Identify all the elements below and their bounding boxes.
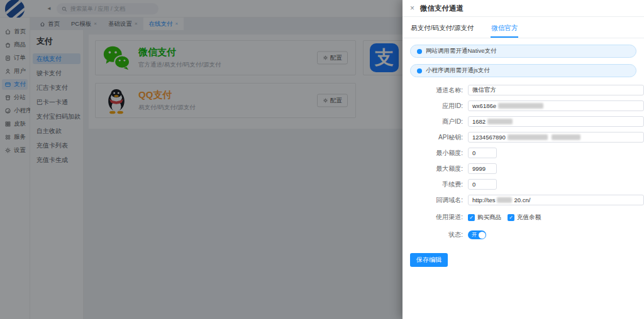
- alert-text: 小程序调用需开通js支付: [426, 67, 490, 75]
- app-id-input[interactable]: wx6186e: [468, 100, 644, 111]
- min-amount-input[interactable]: 0: [468, 148, 497, 158]
- field-label: 状态:: [402, 230, 468, 239]
- form-row: 回调域名: http://tes 20.cn/: [402, 195, 644, 205]
- channel-form: 通道名称: 微信官方 应用ID: wx6186e 商户ID: 1682: [402, 85, 644, 267]
- drawer-header: × 微信支付通道: [402, 0, 644, 17]
- field-label: 手续费:: [402, 180, 468, 189]
- field-value: 9999: [472, 165, 486, 172]
- form-row: 状态: 开: [402, 230, 644, 239]
- form-row: 最大额度: 9999: [402, 163, 644, 174]
- drawer-tab-wechat-official[interactable]: 微信官方: [491, 20, 518, 38]
- close-icon[interactable]: ×: [410, 4, 414, 12]
- api-secret-input[interactable]: 1234567890: [468, 132, 644, 143]
- form-row: 使用渠道: ✓ 购买商品 ✓ 充值余额: [402, 213, 644, 222]
- recharge-balance-checkbox[interactable]: ✓: [508, 214, 514, 221]
- max-amount-input[interactable]: 9999: [468, 163, 497, 174]
- redacted-value: [498, 103, 543, 109]
- form-row: 应用ID: wx6186e: [402, 100, 644, 111]
- info-icon: [417, 68, 422, 73]
- field-value: 微信官方: [472, 86, 496, 94]
- drawer-title: 微信支付通道: [420, 4, 464, 13]
- toggle-knob: [479, 232, 486, 239]
- field-label: 最大额度:: [402, 165, 468, 173]
- field-label: 通道名称:: [402, 86, 468, 95]
- redacted-value: [552, 134, 580, 140]
- field-value: 0: [472, 181, 475, 188]
- js-pay-alert: 小程序调用需开通js支付: [410, 64, 636, 77]
- form-row: 最小额度: 0: [402, 148, 644, 158]
- wechat-channel-drawer: × 微信支付通道 易支付/码支付/源支付 微信官方 网站调用需开通Native支…: [402, 0, 644, 319]
- info-icon: [417, 49, 422, 54]
- form-row: 商户ID: 1682: [402, 116, 644, 127]
- checkbox-label: 购买商品: [477, 214, 501, 222]
- drawer-tab-thirdparty[interactable]: 易支付/码支付/源支付: [410, 20, 474, 38]
- native-pay-alert: 网站调用需开通Native支付: [410, 45, 636, 58]
- buy-goods-checkbox[interactable]: ✓: [468, 214, 475, 221]
- status-toggle[interactable]: 开: [468, 230, 486, 239]
- field-value: 1682: [472, 118, 486, 125]
- form-row: 手续费: 0: [402, 179, 644, 190]
- field-value: 0: [472, 149, 475, 156]
- field-label: API秘钥:: [402, 133, 468, 142]
- field-label: 使用渠道:: [402, 213, 468, 222]
- field-label: 最小额度:: [402, 149, 468, 158]
- fee-input[interactable]: 0: [468, 179, 497, 190]
- form-row: 通道名称: 微信官方: [402, 85, 644, 95]
- merchant-id-input[interactable]: 1682: [468, 116, 644, 127]
- save-edit-button[interactable]: 保存编辑: [410, 253, 448, 267]
- field-label: 回调域名:: [402, 196, 468, 205]
- field-value: wx6186e: [472, 102, 496, 109]
- alert-text: 网站调用需开通Native支付: [426, 47, 496, 55]
- field-label: 应用ID:: [402, 102, 468, 111]
- drawer-tabs: 易支付/码支付/源支付 微信官方: [402, 20, 644, 38]
- form-row: API秘钥: 1234567890: [402, 132, 644, 143]
- app-root: ◄ 首页 PC模板 × 基础设置 × 在线支付 × 首页 商品: [0, 0, 644, 319]
- redacted-value: [508, 134, 548, 140]
- field-value: 20.cn/: [514, 197, 530, 203]
- field-value: http://tes: [472, 197, 495, 203]
- redacted-value: [497, 197, 512, 203]
- redacted-value: [487, 119, 513, 124]
- checkbox-label: 充值余额: [517, 214, 541, 222]
- channel-name-input[interactable]: 微信官方: [468, 85, 644, 95]
- field-label: 商户ID:: [402, 117, 468, 126]
- field-value: 1234567890: [472, 134, 506, 141]
- toggle-on-label: 开: [472, 232, 477, 237]
- callback-domain-input[interactable]: http://tes 20.cn/: [468, 195, 644, 205]
